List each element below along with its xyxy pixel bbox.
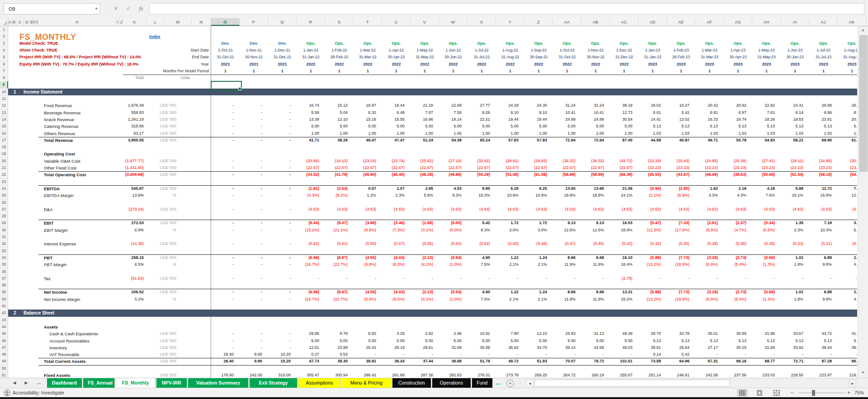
row-35-total[interactable]: 6.5%	[99, 261, 144, 268]
cell-AB32[interactable]: (0.45)	[581, 240, 610, 247]
cell-AA13[interactable]: 10.41	[553, 109, 581, 116]
cell-T48[interactable]: -	[354, 351, 382, 358]
col-Z-phase[interactable]: Ops.	[524, 40, 553, 47]
cell-O16[interactable]: -	[211, 130, 240, 137]
row-21-total[interactable]: (1,431.90)	[99, 164, 144, 171]
cell-R45[interactable]: 29.95	[297, 330, 325, 337]
row-label-19[interactable]: Operating Cost	[44, 150, 148, 157]
cell-AK25[interactable]: 12.	[838, 192, 857, 199]
cell-W14[interactable]: 18.14	[439, 116, 467, 123]
cell-AF46[interactable]: 5.13	[695, 338, 724, 344]
cell-AE49[interactable]: 64.96	[667, 358, 695, 365]
cell-AF35[interactable]: (6.6%)	[695, 261, 724, 268]
cell-W30[interactable]: (0.0%)	[439, 227, 467, 234]
cell-X20[interactable]: (32.62)	[467, 158, 496, 164]
col-W-phase[interactable]: Ops.	[439, 40, 467, 47]
cell-R35[interactable]: (16.7%)	[297, 261, 325, 268]
col-AJ-start-date[interactable]: 1-Jul-23	[809, 47, 838, 54]
cell-AE13[interactable]: 5.42	[667, 109, 695, 116]
cell-U29[interactable]: (3.46)	[382, 220, 410, 226]
cell-O40[interactable]: -	[211, 296, 240, 303]
cell-AF12[interactable]: 20.42	[695, 102, 724, 109]
column-header-O[interactable]: O	[211, 18, 240, 26]
cell-V16[interactable]: 1.00	[410, 130, 439, 137]
cell-AI27[interactable]: (4.53)	[781, 206, 809, 213]
cell-U49[interactable]: 36.43	[382, 358, 410, 365]
scroll-down-icon[interactable]: ▼	[858, 371, 868, 375]
cell-Q24[interactable]: -	[268, 185, 297, 192]
col-AE-months[interactable]: 1	[667, 68, 695, 75]
cell-AA45[interactable]: 25.93	[553, 330, 581, 337]
cell-AI21[interactable]: (23.23)	[781, 164, 809, 171]
tab-scroll-splitter-icon[interactable]: ⋮	[518, 378, 522, 388]
cell-X39[interactable]: 4.90	[467, 289, 496, 296]
cell-Q30[interactable]: -	[268, 227, 297, 234]
cell-AI37[interactable]: -	[781, 275, 809, 282]
col-R-end-date[interactable]: 31-Jan-22	[297, 54, 325, 61]
cell-AB46[interactable]: 5.00	[581, 338, 610, 344]
cell-AA30[interactable]: 12.6%	[553, 227, 581, 234]
cell-Q22[interactable]: -	[268, 171, 297, 178]
cell-U20[interactable]: (23.74)	[382, 158, 410, 164]
cell-S46[interactable]: 5.00	[325, 338, 354, 344]
row-label-44[interactable]: Assets	[44, 324, 148, 330]
cell-Y34[interactable]: 1.22	[496, 254, 524, 261]
cell-AH45[interactable]: 31.96	[752, 330, 781, 337]
cell-S16[interactable]: 1.00	[325, 130, 354, 137]
row-header-12[interactable]: 12	[0, 102, 8, 109]
cell-AE16[interactable]: 1.03	[667, 130, 695, 137]
vertical-scroll-thumb[interactable]	[859, 35, 868, 172]
cell-AG46[interactable]: 5.13	[724, 338, 752, 344]
row-15-total[interactable]: 315.86	[99, 123, 144, 130]
cell-T29[interactable]: (3.96)	[354, 220, 382, 226]
cell-S25[interactable]: (9.2%)	[325, 192, 354, 199]
cell-AC47[interactable]: 48.03	[610, 344, 638, 351]
column-header-I[interactable]: I	[116, 18, 119, 26]
cell-AH12[interactable]: 22.82	[752, 102, 781, 109]
cell-AD45[interactable]: 28.70	[638, 330, 667, 337]
row-header-49[interactable]: 49	[0, 358, 8, 365]
tabs-scroll-left-icon[interactable]: ◀	[10, 378, 19, 388]
cell-Y48[interactable]: -	[496, 351, 524, 358]
cell-W22[interactable]: (49.86)	[439, 171, 467, 178]
cell-Z25[interactable]: 10.8%	[524, 192, 553, 199]
col-AG-months[interactable]: 1	[724, 68, 752, 75]
cell-R37[interactable]: -	[297, 275, 325, 282]
cell-Z20[interactable]: (28.92)	[524, 158, 553, 164]
cell-Z46[interactable]: 5.00	[524, 338, 553, 344]
cell-AH39[interactable]: (0.69)	[752, 289, 781, 296]
cell-T12[interactable]: 18.97	[354, 102, 382, 109]
cell-W17[interactable]: 54.38	[439, 137, 467, 144]
cell-AI24[interactable]: 5.88	[781, 185, 809, 192]
col-Y-phase[interactable]: Ops.	[496, 40, 524, 47]
cell-AA17[interactable]: 72.64	[553, 137, 581, 144]
row-label-45[interactable]: Cash & Cash Equivalents	[49, 330, 153, 337]
col-P-months[interactable]: 1	[240, 68, 268, 75]
cell-AE34[interactable]: (7.73)	[667, 254, 695, 261]
cell-AK24[interactable]: 7.	[838, 185, 857, 192]
cell-AE24[interactable]: (2.80)	[667, 185, 695, 192]
row-header-11[interactable]: 11	[0, 95, 8, 103]
cell-AD51[interactable]: 251.14	[638, 372, 667, 378]
cell-AF15[interactable]: 5.13	[695, 123, 724, 130]
cell-S22[interactable]: (41.79)	[325, 171, 354, 178]
zoom-out-icon[interactable]: −	[790, 388, 793, 397]
row-40-total[interactable]: 5.2%	[99, 296, 144, 303]
row-header-20[interactable]: 20	[0, 158, 8, 165]
cell-Y35[interactable]: 2.1%	[496, 261, 524, 268]
cell-AB22[interactable]: (58.99)	[581, 171, 610, 178]
cell-Z17[interactable]: 57.83	[524, 137, 553, 144]
cell-AF51[interactable]: 242.08	[695, 372, 724, 378]
zoom-slider-track[interactable]	[798, 393, 845, 393]
col-X-months[interactable]: 1	[467, 68, 496, 75]
cell-W27[interactable]: (4.53)	[439, 206, 467, 213]
tab-fs-monthly[interactable]: FS_Monthly	[116, 378, 156, 388]
cell-AB30[interactable]: 12.6%	[581, 227, 610, 234]
col-AH-end-date[interactable]: 31-May-23	[752, 54, 781, 61]
cell-V14[interactable]: 16.96	[410, 116, 439, 123]
cell-T40[interactable]: (9.8%)	[354, 296, 382, 303]
cell-AA15[interactable]: 5.00	[553, 123, 581, 130]
cell-S17[interactable]: 38.26	[325, 137, 354, 144]
cell-AI47[interactable]: 33.92	[781, 344, 809, 351]
cell-X24[interactable]: 9.95	[467, 185, 496, 192]
